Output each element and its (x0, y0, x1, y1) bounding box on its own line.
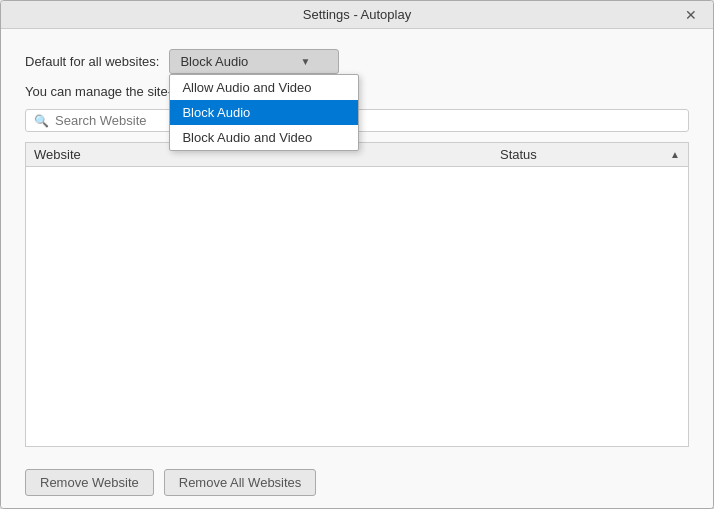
table-body (26, 167, 688, 446)
titlebar: Settings - Autoplay ✕ (1, 1, 713, 29)
dropdown-button[interactable]: Block Audio ▼ (169, 49, 339, 74)
website-table: Website Status ▲ (25, 142, 689, 447)
sort-arrow-icon: ▲ (670, 149, 680, 160)
dropdown-item-allow[interactable]: Allow Audio and Video (170, 75, 358, 100)
dropdown-selected-value: Block Audio (180, 54, 248, 69)
footer: Remove Website Remove All Websites (1, 459, 713, 508)
dropdown-item-block-audio[interactable]: Block Audio (170, 100, 358, 125)
default-row: Default for all websites: Block Audio ▼ … (25, 49, 689, 74)
chevron-down-icon: ▼ (301, 56, 311, 67)
remove-all-websites-button[interactable]: Remove All Websites (164, 469, 317, 496)
default-label: Default for all websites: (25, 54, 159, 69)
close-button[interactable]: ✕ (681, 8, 701, 22)
settings-window: Settings - Autoplay ✕ Default for all we… (0, 0, 714, 509)
col-status-header: Status ▲ (500, 147, 680, 162)
window-title: Settings - Autoplay (33, 7, 681, 22)
search-input[interactable] (55, 113, 680, 128)
remove-website-button[interactable]: Remove Website (25, 469, 154, 496)
search-icon: 🔍 (34, 114, 49, 128)
dropdown-menu: Allow Audio and Video Block Audio Block … (169, 74, 359, 151)
content-area: Default for all websites: Block Audio ▼ … (1, 29, 713, 459)
dropdown-wrapper: Block Audio ▼ Allow Audio and Video Bloc… (169, 49, 339, 74)
dropdown-item-block-audio-video[interactable]: Block Audio and Video (170, 125, 358, 150)
